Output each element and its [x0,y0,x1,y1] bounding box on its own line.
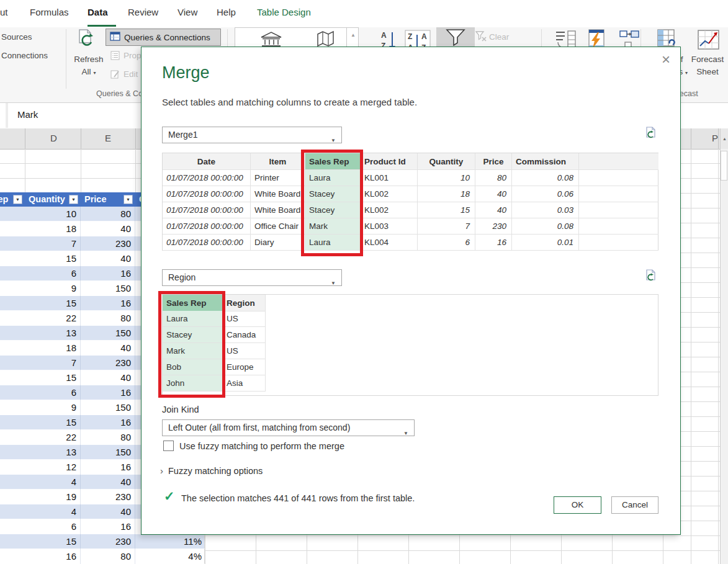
preview-cell[interactable]: 0.08 [512,170,579,186]
price-cell[interactable]: 16 [81,519,135,534]
preview-col-header-quantity[interactable]: Quantity [418,153,475,170]
quantity-cell[interactable]: 7 [25,356,81,370]
price-cell[interactable]: 150 [81,445,135,460]
table-row[interactable]: 16804% [0,549,205,564]
refresh-preview-icon[interactable] [645,269,657,285]
price-cell[interactable]: 16 [81,385,135,400]
ok-button[interactable]: OK [554,496,601,514]
quantity-cell[interactable]: 6 [25,519,81,534]
scrollbar-thumb[interactable] [721,151,727,181]
quantity-cell[interactable]: 9 [25,281,81,296]
quantity-cell[interactable]: 15 [25,296,81,311]
preview-cell[interactable]: 7 [418,218,475,235]
preview-cell[interactable]: Diary [251,235,305,251]
price-cell[interactable]: 230 [81,236,135,251]
preview-cell[interactable]: 10 [418,170,475,186]
recent-sources-label-cut[interactable]: Sources [1,32,32,42]
quantity-cell[interactable]: 22 [25,311,81,326]
preview-cell[interactable]: KL001 [361,170,418,186]
price-cell[interactable]: 80 [81,207,135,222]
preview-cell[interactable]: 01/07/2018 00:00:00 [163,186,251,202]
price-cell[interactable]: 40 [81,251,135,266]
quantity-cell[interactable]: 13 [25,326,81,341]
preview-col-header-product-id[interactable]: Product Id [361,153,418,170]
preview-cell[interactable]: 15 [418,202,475,218]
preview-cell[interactable]: 40 [475,202,512,218]
price-cell[interactable]: 80 [81,549,135,564]
quantity-cell[interactable]: 13 [25,445,81,460]
gallery-scroll-up[interactable]: ▲ [346,28,359,49]
vertical-scrollbar[interactable] [720,128,728,564]
existing-connections-label-cut[interactable]: Connections [1,51,48,60]
preview-cell[interactable]: 01/07/2018 00:00:00 [163,235,251,251]
quantity-cell[interactable]: 6 [25,266,81,281]
quantity-cell[interactable]: 4 [25,504,81,519]
price-cell[interactable]: 230 [81,356,135,370]
excel-header-price[interactable]: Price▼ [81,192,135,207]
preview-cell[interactable]: 01/07/2018 00:00:00 [163,202,251,218]
preview-cell[interactable]: Printer [251,170,305,186]
quantity-cell[interactable]: 15 [25,251,81,266]
price-cell[interactable]: 150 [81,400,135,415]
price-cell[interactable]: 150 [81,281,135,296]
preview-cell[interactable]: Office Chair [251,218,305,235]
ribbon-tab-help[interactable]: Help [217,7,236,17]
preview-cell[interactable]: Europe [223,359,266,375]
second-table-dropdown[interactable]: Region ▼ [162,269,342,286]
commission-cell[interactable]: 11% [135,534,205,549]
preview-cell[interactable]: 0.06 [512,186,579,202]
join-kind-dropdown[interactable]: Left Outer (all from first, matching fro… [162,419,415,436]
preview-cell[interactable]: 0.08 [512,218,579,235]
preview-cell[interactable]: Canada [223,327,266,343]
preview-cell[interactable]: Asia [223,375,266,392]
preview-col-header-region[interactable]: Region [223,295,266,311]
refresh-all-icon[interactable] [76,29,96,53]
preview-cell[interactable]: 16 [475,235,512,251]
preview-col-header-price[interactable]: Price [475,153,512,170]
table-row[interactable]: 1523011% [0,534,205,549]
preview-cell[interactable]: White Board [251,186,305,202]
quantity-cell[interactable]: 4 [25,475,81,490]
preview-col-header-commission[interactable]: Commission [512,153,579,170]
preview-cell[interactable]: 0.01 [512,235,579,251]
refresh-preview-icon[interactable] [645,127,657,143]
quantity-cell[interactable]: 7 [25,236,81,251]
ribbon-tab-layout-cut[interactable]: ut [0,7,8,17]
price-cell[interactable]: 150 [81,326,135,341]
quantity-cell[interactable]: 18 [25,222,81,236]
price-cell[interactable]: 40 [81,504,135,519]
column-header-e[interactable]: E [105,133,111,143]
price-cell[interactable]: 40 [81,370,135,385]
preview-col-header-date[interactable]: Date [163,153,251,170]
quantity-cell[interactable]: 15 [25,370,81,385]
price-cell[interactable]: 40 [81,475,135,490]
first-table-dropdown[interactable]: Merge1 ▼ [162,127,342,143]
price-cell[interactable]: 40 [81,222,135,236]
excel-header-sales-rep[interactable]: Sales Rep▼ [0,192,25,207]
refresh-all-label-2[interactable]: All ▾ [70,67,108,76]
quantity-cell[interactable]: 6 [25,385,81,400]
preview-cell[interactable]: White Board [251,202,305,218]
preview-col-header-item[interactable]: Item [251,153,305,170]
price-cell[interactable]: 16 [81,296,135,311]
fuzzy-matching-checkbox[interactable] [163,441,174,451]
price-cell[interactable]: 230 [81,534,135,549]
quantity-cell[interactable]: 12 [25,460,81,475]
quantity-cell[interactable]: 19 [25,490,81,504]
quantity-cell[interactable]: 10 [25,207,81,222]
ribbon-tab-view[interactable]: View [178,7,197,17]
fuzzy-options-expander[interactable]: ›Fuzzy matching options [160,465,263,476]
forecast-sheet-label-2[interactable]: Sheet [688,67,727,76]
close-icon[interactable]: × [662,51,670,68]
preview-cell[interactable]: 40 [475,186,512,202]
price-cell[interactable]: 16 [81,266,135,281]
preview-cell[interactable]: KL002 [361,186,418,202]
excel-header-quantity[interactable]: Quantity▼ [25,192,81,207]
price-cell[interactable]: 80 [81,430,135,445]
filter-dropdown-icon[interactable]: ▼ [124,195,133,204]
price-cell[interactable]: 16 [81,415,135,430]
preview-cell[interactable]: KL004 [361,235,418,251]
ribbon-tab-data[interactable]: Data [88,7,108,17]
preview-cell[interactable]: US [223,343,266,359]
forecast-sheet-icon[interactable] [696,29,721,55]
